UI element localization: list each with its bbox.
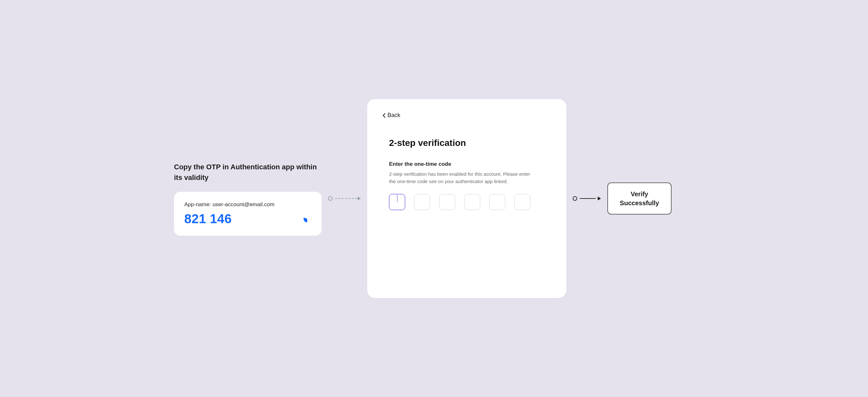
flow-diagram: Copy the OTP in Authentication app withi… <box>174 99 694 298</box>
verification-card: Back 2-step verification Enter the one-t… <box>367 99 566 298</box>
arrow-start-dot <box>328 196 333 201</box>
success-box: Verify Successfully <box>607 183 672 214</box>
flow-arrow-1 <box>328 196 361 201</box>
chevron-left-icon <box>383 113 385 118</box>
otp-row: 821 146 <box>184 212 311 226</box>
otp-input-2[interactable] <box>414 194 430 210</box>
otp-input-5[interactable] <box>489 194 505 210</box>
auth-app-section: Copy the OTP in Authentication app withi… <box>174 162 322 236</box>
arrow-head-icon <box>358 197 361 200</box>
verify-subtitle: Enter the one-time code <box>389 161 545 167</box>
otp-input-3[interactable] <box>439 194 455 210</box>
timer-pie-icon <box>303 214 311 223</box>
success-line2: Successfully <box>617 199 662 207</box>
arrow-dashed-line <box>335 198 357 199</box>
otp-input-4[interactable] <box>464 194 480 210</box>
success-line1: Verify <box>617 190 662 199</box>
otp-input-6[interactable] <box>514 194 530 210</box>
arrow-start-dot <box>573 196 577 201</box>
otp-card: App-name: user-account@email.com 821 146 <box>174 192 322 236</box>
arrow-head-icon <box>598 197 601 200</box>
otp-input-1[interactable] <box>389 194 405 210</box>
auth-app-instruction: Copy the OTP in Authentication app withi… <box>174 162 322 183</box>
back-label: Back <box>388 112 400 119</box>
otp-input-group <box>389 194 545 210</box>
arrow-solid-line <box>580 198 596 199</box>
otp-code: 821 146 <box>184 212 232 226</box>
flow-arrow-2 <box>573 196 601 201</box>
verify-title: 2-step verification <box>389 138 545 148</box>
otp-account-label: App-name: user-account@email.com <box>184 201 311 208</box>
back-button[interactable]: Back <box>383 112 400 119</box>
verify-description: 2-step verification has been enabled for… <box>389 171 533 185</box>
